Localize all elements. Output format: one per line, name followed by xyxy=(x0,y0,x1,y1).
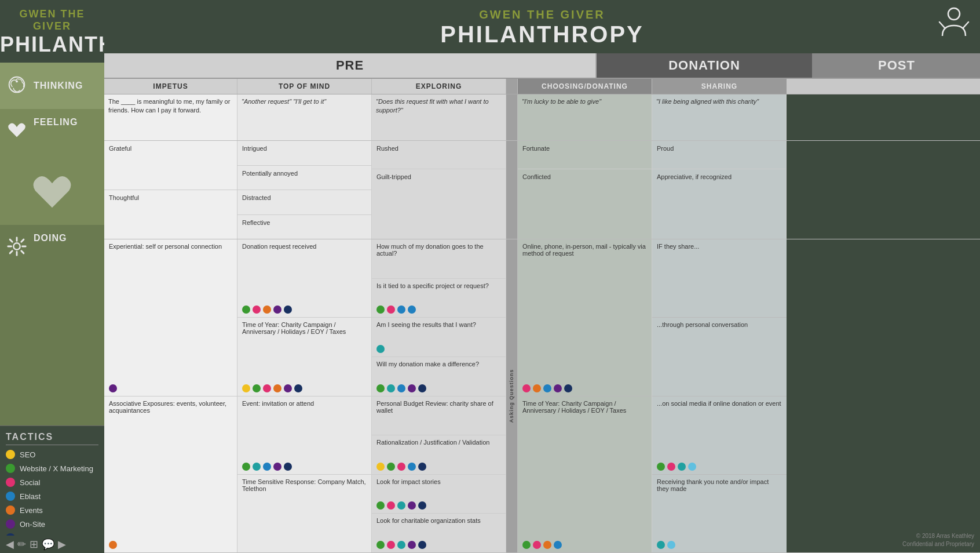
tactic-events: Events xyxy=(6,505,98,515)
svg-line-10 xyxy=(10,251,12,253)
onsite-dot xyxy=(6,519,15,529)
seo-label: SEO xyxy=(20,450,35,459)
thinking-icon xyxy=(6,75,28,97)
phase-pre: PRE xyxy=(104,53,597,78)
col-exploring: EXPLORING xyxy=(372,79,506,94)
thinking-row: The ____ is meaningful to me, my family … xyxy=(104,94,980,141)
doing-sharing: IF they share... ...through personal con… xyxy=(652,239,787,552)
svg-point-1 xyxy=(16,81,18,83)
persona-icon xyxy=(937,6,971,43)
svg-line-9 xyxy=(21,239,24,242)
seo-dot xyxy=(6,450,15,459)
feeling-impetus: Grateful Thoughtful xyxy=(104,141,237,239)
phase-post: POST xyxy=(813,53,980,78)
main-title: PHILANTHROPY xyxy=(0,32,104,57)
col-impetus: IMPETUS xyxy=(104,79,237,94)
onsite-label: On-Site xyxy=(20,520,45,529)
doing-choosing: Online, phone, in-person, mail - typical… xyxy=(518,239,652,552)
col-topofmind: TOP OF MIND xyxy=(237,79,372,94)
col-asking-header xyxy=(506,79,518,94)
thinking-section-label: THINKING xyxy=(0,63,104,109)
feeling-exploring: Rushed Guilt-tripped xyxy=(372,141,506,239)
svg-line-12 xyxy=(939,22,945,28)
eblast-dot xyxy=(6,492,15,501)
tactic-social: Social xyxy=(6,478,98,487)
copyright: © 2018 Arras KeathleyConfidential and Pr… xyxy=(902,532,974,548)
feeling-topofmind: Intrigued Potentially annoyed Distracted… xyxy=(237,141,372,239)
asking-questions-col: Asking Questions xyxy=(506,239,518,552)
phase-donation: DONATION xyxy=(597,53,813,78)
feeling-icon xyxy=(6,119,28,141)
feeling-asking xyxy=(506,141,518,239)
doing-label: DOING xyxy=(34,233,67,243)
doing-impetus: Experiential: self or personal connectio… xyxy=(104,239,237,552)
doing-topofmind: Donation request received Time of Year: … xyxy=(237,239,372,552)
header-subtitle: GWEN THE GIVER xyxy=(104,8,980,21)
tactic-onsite: On-Site xyxy=(6,519,98,529)
events-dot xyxy=(6,505,15,515)
page-header: GWEN THE GIVER PHILANTHROPY xyxy=(104,0,980,53)
thinking-label: THINKING xyxy=(34,81,83,91)
speech-icon[interactable]: 💬 xyxy=(42,538,54,551)
col-sharing: SHARING xyxy=(652,79,787,94)
feeling-section-label: FEELING xyxy=(0,109,104,225)
doing-section-label: DOING xyxy=(0,225,104,425)
header-title: PHILANTHROPY xyxy=(104,21,980,48)
tactic-website: Website / X Marketing xyxy=(6,464,98,473)
grid-table: The ____ is meaningful to me, my family … xyxy=(104,94,980,553)
svg-line-13 xyxy=(963,22,968,28)
thinking-impetus: The ____ is meaningful to me, my family … xyxy=(104,94,237,140)
thinking-exploring: "Does this request fit with what I want … xyxy=(372,94,506,140)
col-choosing: CHOOSING/DONATING xyxy=(518,79,652,94)
left-panel: GWEN THE GIVER PHILANTHROPY THINKING xyxy=(0,0,104,553)
eblast-label: Eblast xyxy=(20,492,41,501)
tactic-eblast: Eblast xyxy=(6,492,98,501)
thinking-sharing: "I like being aligned with this charity" xyxy=(652,94,787,140)
social-label: Social xyxy=(20,478,40,487)
events-label: Events xyxy=(20,506,43,515)
website-label: Website / X Marketing xyxy=(20,464,93,473)
svg-line-7 xyxy=(10,239,12,242)
svg-line-8 xyxy=(21,251,24,253)
sub-header-row: IMPETUS TOP OF MIND EXPLORING CHOOSING/D… xyxy=(104,79,980,94)
edit-icon[interactable]: ✏ xyxy=(17,538,26,551)
tactic-seo: SEO xyxy=(6,450,98,459)
doing-exploring-group: How much of my donation goes to the actu… xyxy=(372,239,518,552)
feeling-row: Grateful Thoughtful Intrigued Potentiall… xyxy=(104,141,980,239)
doing-icon xyxy=(6,235,28,257)
grid-icon[interactable]: ⊞ xyxy=(30,538,38,551)
subtitle: GWEN THE GIVER xyxy=(0,8,104,32)
website-dot xyxy=(6,464,15,473)
back-icon[interactable]: ◀ xyxy=(6,538,14,551)
doing-exploring: How much of my donation goes to the actu… xyxy=(372,239,506,552)
svg-point-2 xyxy=(13,243,20,249)
thinking-topofmind: "Another request" "I'll get to it" xyxy=(237,94,372,140)
asking-questions-label: Asking Questions xyxy=(509,369,515,423)
feeling-label: FEELING xyxy=(34,117,78,128)
thinking-choosing: "I'm lucky to be able to give" xyxy=(518,94,652,140)
svg-point-11 xyxy=(948,8,960,20)
feeling-choosing: Fortunate Conflicted xyxy=(518,141,652,239)
social-dot xyxy=(6,478,15,487)
tactics-title: TACTICS xyxy=(6,432,98,445)
right-panel: GWEN THE GIVER PHILANTHROPY PRE DONATION xyxy=(104,0,980,553)
thinking-asking xyxy=(506,94,518,140)
feeling-sharing: Proud Appreciative, if recognized xyxy=(652,141,787,239)
forward-icon[interactable]: ▶ xyxy=(58,538,66,551)
tactics-section: TACTICS SEO Website / X Marketing Social… xyxy=(0,425,104,553)
doing-row: Experiential: self or personal connectio… xyxy=(104,239,980,553)
phase-header-row: PRE DONATION POST xyxy=(104,53,980,79)
bottom-toolbar: ◀ ✏ ⊞ 💬 ▶ xyxy=(0,536,104,553)
